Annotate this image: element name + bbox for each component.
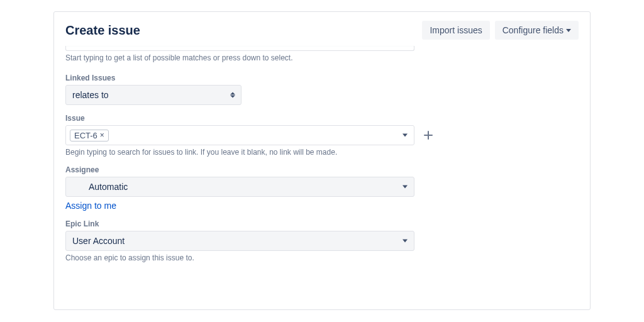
import-issues-button[interactable]: Import issues (422, 21, 489, 40)
chevron-down-icon (402, 134, 408, 137)
dialog-title: Create issue (65, 23, 140, 38)
epic-link-select[interactable]: User Account (65, 231, 414, 251)
previous-field-input-bottom[interactable] (65, 46, 414, 51)
chevron-down-icon (402, 186, 408, 189)
remove-tag-icon[interactable]: × (100, 131, 104, 139)
previous-field-help: Start typing to get a list of possible m… (65, 53, 579, 62)
dialog-header: Create issue Import issues Configure fie… (65, 21, 579, 40)
issue-tag: ECT-6 × (70, 130, 109, 142)
epic-link-field: Epic Link User Account Choose an epic to… (65, 219, 579, 262)
assignee-select[interactable]: Automatic (65, 177, 414, 197)
issue-help: Begin typing to search for issues to lin… (65, 148, 579, 157)
form-section: Start typing to get a list of possible m… (65, 46, 579, 262)
plus-icon (423, 130, 433, 140)
linked-issues-field: Linked Issues relates to (65, 74, 579, 105)
linked-issues-select[interactable]: relates to (65, 85, 242, 105)
assignee-field: Assignee Automatic Assign to me (65, 165, 579, 211)
chevron-down-icon (566, 29, 571, 32)
assign-to-me-button[interactable]: Assign to me (65, 201, 116, 211)
epic-link-help: Choose an epic to assign this issue to. (65, 253, 579, 262)
linked-issues-label: Linked Issues (65, 74, 579, 82)
issue-tag-input[interactable]: ECT-6 × (65, 125, 414, 145)
configure-fields-label: Configure fields (502, 25, 564, 35)
chevron-down-icon (402, 240, 408, 243)
assignee-value: Automatic (89, 182, 128, 192)
issue-tag-text: ECT-6 (74, 131, 97, 140)
configure-fields-button[interactable]: Configure fields (495, 21, 579, 40)
create-issue-dialog: Create issue Import issues Configure fie… (53, 11, 591, 310)
epic-link-value: User Account (72, 236, 125, 246)
add-issue-link-button[interactable] (421, 128, 436, 143)
issue-label: Issue (65, 114, 579, 123)
epic-link-label: Epic Link (65, 219, 579, 228)
header-actions: Import issues Configure fields (422, 21, 579, 40)
assignee-label: Assignee (65, 165, 579, 174)
import-issues-label: Import issues (430, 25, 482, 35)
issue-field: Issue ECT-6 × Begin typing to search for… (65, 114, 579, 157)
